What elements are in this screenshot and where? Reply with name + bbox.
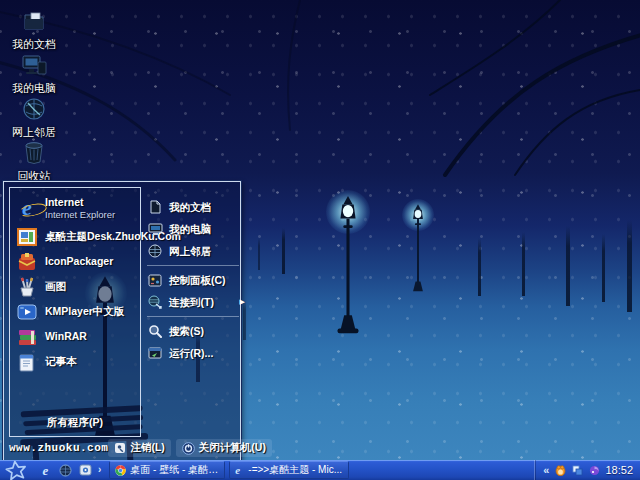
my-computer-icon bbox=[147, 221, 163, 237]
start-button[interactable] bbox=[0, 460, 32, 480]
search-icon bbox=[147, 323, 163, 339]
start-menu-places-panel: 我的文档 我的电脑 网上邻居 控制面板(C) bbox=[147, 196, 239, 364]
item-label: KMPlayer中文版 bbox=[45, 305, 124, 317]
my-documents-icon bbox=[21, 8, 47, 34]
tree-trunk bbox=[566, 226, 570, 306]
start-menu-item-run[interactable]: 运行(R)... bbox=[147, 342, 239, 364]
item-label: WinRAR bbox=[45, 330, 87, 342]
my-computer-icon bbox=[21, 52, 47, 78]
quicklaunch-desktop-globe-icon[interactable] bbox=[58, 463, 73, 478]
item-label: 我的文档 bbox=[169, 201, 211, 213]
desktop-screen: 我的文档 我的电脑 网上邻居 bbox=[0, 0, 640, 480]
tree-trunk bbox=[258, 238, 260, 270]
winrar-icon bbox=[16, 326, 38, 348]
quick-launch-bar: › bbox=[38, 463, 101, 478]
tray-collapse-chevron[interactable]: « bbox=[543, 465, 549, 476]
menu-divider bbox=[147, 265, 239, 266]
desktop-icon-my-documents[interactable]: 我的文档 bbox=[0, 8, 68, 52]
start-menu-item-control-panel[interactable]: 控制面板(C) bbox=[147, 269, 239, 291]
control-panel-icon bbox=[147, 272, 163, 288]
desktop-icon-label: 我的电脑 bbox=[12, 81, 56, 96]
desktop-icon-network-places[interactable]: 网上邻居 bbox=[0, 96, 68, 140]
paint-icon bbox=[16, 276, 38, 298]
item-label: 连接到(T) bbox=[169, 296, 214, 308]
internet-explorer-icon bbox=[16, 197, 38, 219]
item-label: 运行(R)... bbox=[169, 347, 213, 359]
start-menu-item-kmplayer[interactable]: KMPlayer中文版 bbox=[10, 299, 140, 324]
desktop-icon-label: 我的文档 bbox=[12, 37, 56, 52]
run-icon bbox=[147, 345, 163, 361]
network-places-icon bbox=[21, 96, 47, 122]
start-menu-pinned-panel: Internet Internet Explorer 桌酷主题Desk.Zhuo… bbox=[9, 187, 141, 437]
start-menu-item-my-documents[interactable]: 我的文档 bbox=[147, 196, 239, 218]
tree-trunk bbox=[627, 220, 632, 312]
taskbar-window-button-zhuoku-theme[interactable]: -=>>桌酷主题 - Mic... bbox=[229, 461, 349, 479]
start-menu-item-notepad[interactable]: 记事本 bbox=[10, 349, 140, 374]
window-title: -=>>桌酷主题 - Mic... bbox=[248, 463, 342, 477]
network-places-icon bbox=[147, 243, 163, 259]
quicklaunch-overflow-chevron[interactable]: › bbox=[98, 465, 101, 475]
desktop-icon-recycle-bin[interactable]: 回收站 bbox=[0, 140, 68, 184]
internet-explorer-icon bbox=[235, 465, 244, 476]
start-menu-item-my-computer[interactable]: 我的电脑 bbox=[147, 218, 239, 240]
my-documents-icon bbox=[147, 199, 163, 215]
all-programs-button[interactable]: 所有程序(P) bbox=[10, 410, 140, 434]
qq-tray-icon[interactable] bbox=[554, 464, 566, 476]
start-menu-item-connect-to[interactable]: 连接到(T) ▶ bbox=[147, 291, 239, 313]
chrome-icon bbox=[115, 465, 126, 476]
kmplayer-icon bbox=[16, 301, 38, 323]
quicklaunch-internet-explorer-icon[interactable] bbox=[38, 463, 53, 478]
item-label: 控制面板(C) bbox=[169, 274, 226, 286]
icon-packager-icon bbox=[16, 251, 38, 273]
zhuoku-website-label: www.zhuoku.com bbox=[9, 442, 108, 454]
start-menu-item-iconpackager[interactable]: IconPackager bbox=[10, 249, 140, 274]
messenger-tray-icon[interactable] bbox=[571, 464, 583, 476]
item-label: 搜索(S) bbox=[169, 325, 204, 337]
tree-trunk bbox=[243, 300, 246, 340]
connect-to-icon bbox=[147, 294, 163, 310]
tree-trunk bbox=[522, 232, 525, 296]
notepad-icon bbox=[16, 351, 38, 373]
menu-divider bbox=[147, 316, 239, 317]
taskbar-clock[interactable]: 18:52 bbox=[605, 464, 633, 476]
tree-trunk bbox=[478, 238, 481, 296]
power-icon bbox=[182, 442, 195, 455]
taskbar-window-button-wallpaper[interactable]: 桌面 - 壁纸 - 桌酷壁... bbox=[109, 461, 225, 479]
item-label: 画图 bbox=[45, 280, 66, 292]
start-menu-item-winrar[interactable]: WinRAR bbox=[10, 324, 140, 349]
start-menu: Internet Internet Explorer 桌酷主题Desk.Zhuo… bbox=[3, 181, 241, 461]
item-label: 网上邻居 bbox=[169, 245, 211, 257]
window-title: 桌面 - 壁纸 - 桌酷壁... bbox=[130, 463, 219, 477]
logoff-button[interactable]: 注销(L) bbox=[108, 439, 170, 457]
start-menu-item-search[interactable]: 搜索(S) bbox=[147, 320, 239, 342]
quicklaunch-media-icon[interactable] bbox=[78, 463, 93, 478]
theme-tray-icon[interactable] bbox=[588, 464, 600, 476]
submenu-arrow-icon: ▶ bbox=[240, 298, 245, 306]
start-menu-item-network-places[interactable]: 网上邻居 bbox=[147, 240, 239, 262]
start-menu-item-paint[interactable]: 画图 bbox=[10, 274, 140, 299]
item-label: IconPackager bbox=[45, 255, 113, 267]
item-label: 记事本 bbox=[45, 355, 77, 367]
logoff-icon bbox=[114, 442, 126, 454]
shutdown-button[interactable]: 关闭计算机(U) bbox=[176, 439, 272, 457]
recycle-bin-icon bbox=[21, 140, 47, 166]
star-start-icon bbox=[3, 460, 29, 480]
zhuoku-theme-icon bbox=[16, 226, 38, 248]
desktop-icon-label: 网上邻居 bbox=[12, 125, 56, 140]
tree-trunk bbox=[602, 234, 605, 302]
start-menu-item-zhuoku-theme[interactable]: 桌酷主题Desk.ZhuoKu.Com bbox=[10, 224, 140, 249]
tree-trunk bbox=[282, 228, 285, 274]
item-sublabel: Internet Explorer bbox=[45, 209, 115, 220]
start-menu-item-internet[interactable]: Internet Internet Explorer bbox=[10, 192, 140, 224]
start-menu-footer: www.zhuoku.com 注销(L) 关闭计算机(U) bbox=[4, 438, 240, 458]
all-programs-label: 所有程序(P) bbox=[47, 416, 103, 428]
system-tray: « 18:52 bbox=[534, 460, 640, 480]
item-label: Internet bbox=[45, 196, 115, 208]
street-lamp bbox=[406, 203, 430, 295]
taskbar: › 桌面 - 壁纸 - 桌酷壁... -=>>桌酷主题 - Mic... « bbox=[0, 460, 640, 480]
street-lamp bbox=[330, 194, 366, 336]
desktop-icon-my-computer[interactable]: 我的电脑 bbox=[0, 52, 68, 96]
item-label: 我的电脑 bbox=[169, 223, 211, 235]
